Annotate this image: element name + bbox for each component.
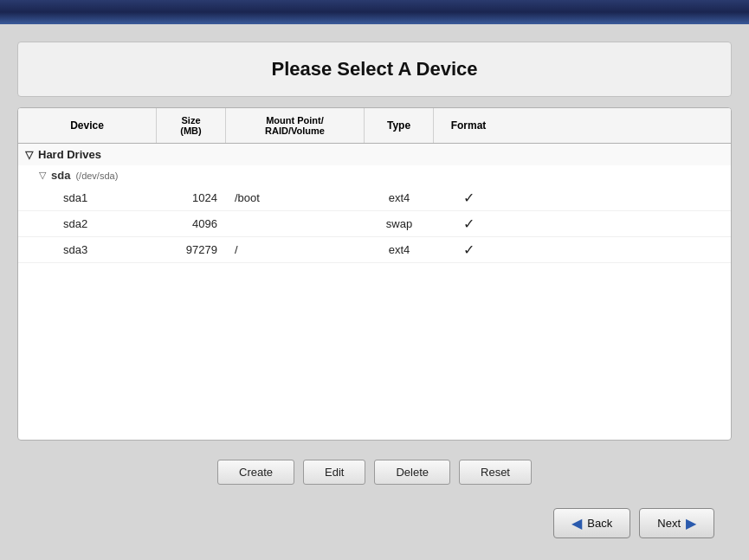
top-bar <box>0 0 749 24</box>
col-size: Size (MB) <box>157 108 226 143</box>
table-row[interactable]: sda3 97279 / ext4 ✓ <box>18 237 731 263</box>
cell-size: 97279 <box>157 239 226 261</box>
cell-type: ext4 <box>365 187 434 209</box>
cell-size: 4096 <box>157 213 226 235</box>
cell-device: sda1 <box>18 187 157 209</box>
cell-size: 1024 <box>157 187 226 209</box>
cell-device: sda3 <box>18 239 157 261</box>
create-button[interactable]: Create <box>217 460 294 485</box>
back-arrow-icon: ◀ <box>571 515 582 531</box>
cell-device: sda2 <box>18 213 157 235</box>
nav-buttons: ◀ Back Next ▶ <box>17 504 732 551</box>
checkmark-icon: ✓ <box>463 216 475 231</box>
back-label: Back <box>587 517 612 530</box>
cell-type: swap <box>365 213 434 235</box>
cell-format: ✓ <box>434 237 503 262</box>
reset-button[interactable]: Reset <box>459 460 532 485</box>
subgroup-path: (/dev/sda) <box>75 171 118 181</box>
table-row[interactable]: sda1 1024 /boot ext4 ✓ <box>18 185 731 211</box>
cell-type: ext4 <box>365 239 434 261</box>
edit-button[interactable]: Edit <box>303 460 365 485</box>
cell-mount <box>226 220 365 229</box>
cell-mount: /boot <box>226 187 365 209</box>
checkmark-icon: ✓ <box>463 242 475 257</box>
col-mount: Mount Point/ RAID/Volume <box>226 108 365 143</box>
group-hard-drives: ▽ Hard Drives <box>18 144 731 165</box>
next-label: Next <box>657 517 681 530</box>
table-body: ▽ Hard Drives ▽ sda (/dev/sda) sda1 1024… <box>18 144 731 440</box>
cell-mount: / <box>226 239 365 261</box>
table-row[interactable]: sda2 4096 swap ✓ <box>18 211 731 237</box>
next-button[interactable]: Next ▶ <box>639 508 714 538</box>
subgroup-arrow: ▽ <box>39 170 46 181</box>
col-format: Format <box>434 108 503 143</box>
delete-button[interactable]: Delete <box>374 460 450 485</box>
back-button[interactable]: ◀ Back <box>553 508 630 538</box>
main-area: Please Select A Device Device Size (MB) … <box>0 24 749 560</box>
next-arrow-icon: ▶ <box>686 515 696 531</box>
subgroup-sda: ▽ sda (/dev/sda) <box>18 165 731 185</box>
cell-format: ✓ <box>434 185 503 210</box>
col-type: Type <box>365 108 434 143</box>
group-arrow: ▽ <box>25 149 33 161</box>
group-label: Hard Drives <box>38 148 101 161</box>
device-table: Device Size (MB) Mount Point/ RAID/Volum… <box>17 107 732 441</box>
col-device: Device <box>18 108 157 143</box>
table-header: Device Size (MB) Mount Point/ RAID/Volum… <box>18 108 731 144</box>
subgroup-name: sda <box>51 169 70 182</box>
checkmark-icon: ✓ <box>463 190 475 205</box>
action-buttons: Create Edit Delete Reset <box>17 451 732 493</box>
page-title: Please Select A Device <box>34 58 715 80</box>
cell-format: ✓ <box>434 211 503 236</box>
title-section: Please Select A Device <box>17 42 732 97</box>
